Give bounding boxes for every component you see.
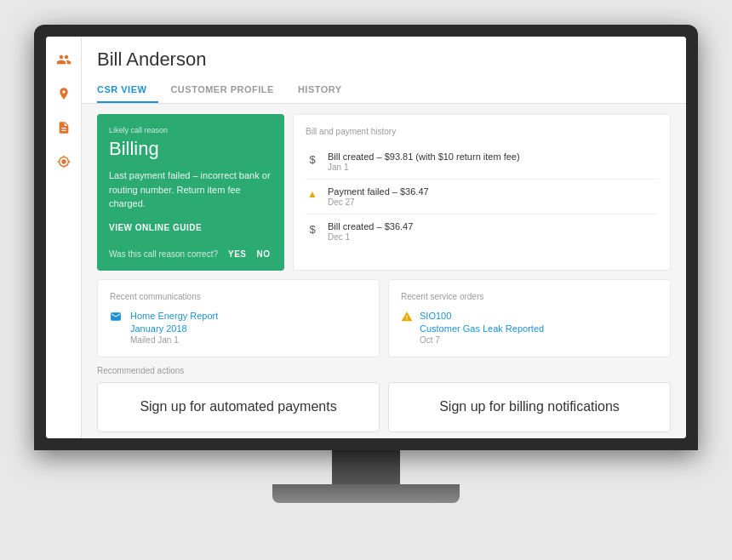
email-icon <box>110 311 123 324</box>
bill-description: Bill created – $93.81 (with $10 return i… <box>328 151 658 162</box>
monitor-stand-neck <box>332 450 400 484</box>
service-warning-icon <box>401 311 413 325</box>
dollar-icon: $ <box>306 152 319 166</box>
bill-description: Payment failed – $36.47 <box>328 186 658 197</box>
action-automated-payments[interactable]: Sign up for automated payments <box>97 382 380 432</box>
monitor-stand-base <box>272 484 460 503</box>
sidebar <box>46 37 82 438</box>
bill-date: Jan 1 <box>328 163 658 172</box>
monitor-screen: Bill Anderson CSR VIEW CUSTOMER PROFILE … <box>46 37 686 438</box>
bill-date: Dec 1 <box>328 232 658 242</box>
bill-date: Dec 27 <box>328 197 658 207</box>
call-reason-card: Likely call reason Billing Last payment … <box>97 114 284 271</box>
main-content: Bill Anderson CSR VIEW CUSTOMER PROFILE … <box>82 37 686 438</box>
middle-row: Recent communications Home Energy Report… <box>97 279 671 358</box>
comm-section-title: Recent communications <box>110 292 367 301</box>
recommended-label: Recommended actions <box>97 366 671 375</box>
bill-item: ▲ Payment failed – $36.47 Dec 27 <box>306 180 658 214</box>
bill-text: Payment failed – $36.47 Dec 27 <box>328 186 658 207</box>
service-text: SIO100 Customer Gas Leak Reported Oct 7 <box>420 310 544 346</box>
header: Bill Anderson CSR VIEW CUSTOMER PROFILE … <box>82 37 686 104</box>
monitor-body: Bill Anderson CSR VIEW CUSTOMER PROFILE … <box>34 25 698 450</box>
service-section-title: Recent service orders <box>401 292 658 301</box>
dollar-icon: $ <box>306 222 319 236</box>
bill-history-section-title: Bill and payment history <box>306 127 658 136</box>
bill-item: $ Bill created – $93.81 (with $10 return… <box>306 145 658 180</box>
call-reason-section-label: Likely call reason <box>109 126 272 134</box>
actions-row: Sign up for automated payments Sign up f… <box>97 382 671 432</box>
gear-icon[interactable] <box>54 152 73 171</box>
tab-customer-profile[interactable]: CUSTOMER PROFILE <box>170 79 285 103</box>
call-correct-yes-button[interactable]: YES <box>228 249 247 259</box>
tab-history[interactable]: HISTORY <box>298 79 354 103</box>
top-row: Likely call reason Billing Last payment … <box>97 114 671 271</box>
call-correct-label: Was this call reason correct? <box>109 249 218 259</box>
call-correct-row: Was this call reason correct? YES NO <box>109 249 272 259</box>
recommended-actions-section: Recommended actions Sign up for automate… <box>97 366 671 432</box>
bill-history-card: Bill and payment history $ Bill created … <box>293 114 671 271</box>
comm-date: Mailed Jan 1 <box>130 335 218 345</box>
monitor-wrapper: Bill Anderson CSR VIEW CUSTOMER PROFILE … <box>34 25 698 535</box>
document-icon[interactable] <box>54 118 73 137</box>
call-reason-description: Last payment failed – incorrect bank or … <box>109 169 272 211</box>
comm-title: Home Energy ReportJanuary 2018 <box>130 310 218 336</box>
tabs: CSR VIEW CUSTOMER PROFILE HISTORY <box>97 79 671 103</box>
service-title: Customer Gas Leak Reported <box>420 323 544 335</box>
recent-communications-card: Recent communications Home Energy Report… <box>97 279 380 358</box>
call-correct-no-button[interactable]: NO <box>257 249 271 259</box>
bill-text: Bill created – $93.81 (with $10 return i… <box>328 151 658 172</box>
comm-item: Home Energy ReportJanuary 2018 Mailed Ja… <box>110 310 367 346</box>
view-guide-link[interactable]: VIEW ONLINE GUIDE <box>109 223 272 232</box>
comm-text: Home Energy ReportJanuary 2018 Mailed Ja… <box>130 310 218 346</box>
content-area: Likely call reason Billing Last payment … <box>82 104 686 438</box>
bill-description: Bill created – $36.47 <box>328 221 658 231</box>
bill-item: $ Bill created – $36.47 Dec 1 <box>306 214 658 249</box>
action-billing-notifications[interactable]: Sign up for billing notifications <box>388 382 671 432</box>
people-icon[interactable] <box>54 50 73 69</box>
call-reason-title: Billing <box>109 138 272 160</box>
recent-service-orders-card: Recent service orders SIO100 Customer G <box>388 279 671 358</box>
location-icon[interactable] <box>54 84 73 103</box>
service-item: SIO100 Customer Gas Leak Reported Oct 7 <box>401 310 658 346</box>
warning-icon: ▲ <box>306 187 319 201</box>
service-id: SIO100 <box>420 310 544 323</box>
service-date: Oct 7 <box>420 335 544 345</box>
page-title: Bill Anderson <box>97 49 671 71</box>
action-billing-notifications-label: Sign up for billing notifications <box>439 398 620 416</box>
bill-text: Bill created – $36.47 Dec 1 <box>328 221 658 242</box>
action-automated-payments-label: Sign up for automated payments <box>140 398 336 416</box>
tab-csr-view[interactable]: CSR VIEW <box>97 79 158 103</box>
